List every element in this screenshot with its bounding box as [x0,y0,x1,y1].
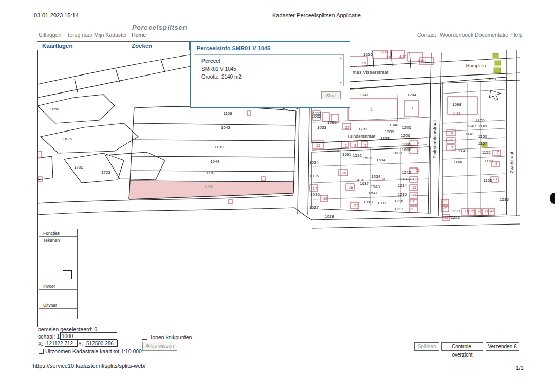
parcel-number-label: 1803 [393,151,402,155]
scroll-up-icon[interactable]: ▲ [339,57,342,60]
parcel-number-label: 1209 [402,142,411,146]
tonen-knikpunten-label: Tonen knikpunten [150,334,192,340]
parcel-number-label: 1090 [363,200,373,204]
parcel-number-label: 41 [490,209,494,213]
parcel-number-label: 1036 [310,192,320,197]
parcel-number-label: 1792 [327,120,337,125]
parcel-number-label: 1591 [342,152,351,157]
parcel-number-label: 1340 [389,123,398,127]
parcel-number-label: 4 [451,130,453,135]
parcel-number-label: 1590 [331,148,340,153]
parcel-number-label: 37 [477,209,481,213]
parcel-number-label: 1702 [74,165,83,170]
nav-uitloggen[interactable]: Uitloggen [39,32,61,38]
tonen-knikpunten-checkbox[interactable] [142,334,147,340]
parcel-number-label: 5 [364,143,366,148]
print-app-title: Kadaster Perceelsplitsen Applicatie [272,12,361,18]
draw-tool-square[interactable] [63,270,72,279]
nav-documentatie[interactable]: Documentatie [475,32,508,38]
parcel-number-label: 1592 [353,153,362,158]
parcel-number-label: 8 [451,145,453,150]
parcel-number-label: 6 [451,138,453,142]
parcel-number-label: 13 [493,177,497,181]
perceelsinfo-popup: Perceelsinfo SMR01 V 1045 Perceel SMR01 … [190,41,350,108]
parcel-number-label: 19 [323,196,327,201]
popup-perceel-id: SMR01 V 1045 [201,66,335,73]
parcel-number-label: 1541 [368,191,378,195]
parcel-number-label: 1331 [377,201,386,206]
parcel-number-label: 1284 [407,92,416,97]
scroll-down-icon[interactable]: ▼ [339,81,342,84]
nav-help[interactable]: Help [511,32,523,38]
parcel-number-label: 1216 [394,199,403,203]
print-footer-url: https://service10.kadaster.nl/splits/spl… [33,363,145,369]
parcel-number-label: 1212 [402,170,411,175]
y-coordinate-input[interactable] [85,340,118,347]
invoer-label: Invoer [39,283,77,290]
alles-wissen-button[interactable]: Alles wissen [142,342,177,351]
print-datetime: 03-01-2023 15:14 [34,12,79,18]
street-name-label: Pinksterblomstraat [432,120,437,158]
tab-zoeken[interactable]: Zoeken [126,42,190,50]
uitzoomen-label: Uitzoomen Kadastrale kaart tot 1:10.000 [45,348,142,354]
parcel-number-label: 1109 [214,145,224,150]
parcel-number-label: 1655 [363,52,373,57]
nav-terug-mijn-kadaster[interactable]: Terug naar Mijn Kadaster [67,32,127,38]
nav-home[interactable]: Home [132,32,146,38]
parcel-number-label: 1146 [453,160,462,164]
parcel-number-label: 1156 [475,118,485,122]
schaal-input[interactable] [60,332,117,340]
parcel-number-label: 1703 [101,170,110,175]
scan-artifact [550,193,555,204]
parcel-number-label: 1341 [360,92,369,97]
parcel-number-label: 1205 [402,125,411,130]
popup-footer: Sluit [191,86,350,99]
controle-overzicht-button[interactable]: Controle-overzicht [441,342,483,351]
parcel-number-label: 21 [410,207,414,211]
verzenden-button[interactable]: Verzenden € [486,342,519,351]
parcel-number-label: 1153 [484,159,493,163]
parcel-number-label: 1214 [398,183,407,188]
parcel-number-label: 11 [416,168,420,173]
parcel-number-label: 22 [345,125,349,130]
uitvoer-label: Uitvoer [39,302,77,309]
parcel-number-label: 1-31 [453,111,460,116]
parcel-number-label: 107 [387,55,393,59]
parcel-number-label: 1037 [309,205,319,210]
parcel-number-label: 23 [443,199,447,203]
parcel-number-label: 1223 [451,215,460,220]
parcel-number-label: 3A [381,177,386,181]
parcel-number-label: 1155 [483,178,492,183]
parcel-number-label: 1034 [309,160,319,165]
functies-label: Functies [39,230,77,237]
parcel-number-label: 25 [443,206,447,210]
nav-contact[interactable]: Contact [417,32,436,38]
splitsen-button[interactable]: Splitsen [414,342,439,351]
parcel-number-label: 6-6B [418,59,426,63]
app-brand: Perceelsplitsen [132,24,187,31]
parcel-number-label: 33 [464,209,468,213]
x-coordinate-input[interactable] [45,340,78,347]
parcel-number-label: 1793 [358,127,367,132]
parcel-number-label: 39 [484,209,488,213]
parcel-number-label: 1687 [360,181,369,186]
page-indicator: 1/1 [516,365,524,371]
parcel-number-label: 1593 [363,156,372,160]
parcel-number-label: 1033 [317,125,326,130]
parcel-number-label: 1043 [221,125,230,130]
parcel-number-label: 1152 [482,150,491,155]
parcel-number-label: 32 [354,203,358,208]
sluit-button[interactable]: Sluit [321,91,341,99]
parcel-number-label: 1594 [376,158,385,162]
popup-title: Perceelsinfo SMR01 V 1045 [191,42,350,51]
parcel-number-label: 1045 [204,184,213,189]
tab-kaartlagen[interactable]: Kaartlagen [37,42,126,50]
uitzoomen-checkbox[interactable] [39,349,44,354]
parcel-number-label: 27 [445,215,449,220]
parcel-number-label: 1217 [394,207,403,211]
nav-woordenboek[interactable]: Woordenboek [440,32,473,38]
parcel-number-label: 1 [345,143,347,148]
parcel-number-label: 1112 [313,111,322,116]
parcel-number-label: 3 [411,106,413,110]
parcel-number-label: 19 [410,199,414,203]
